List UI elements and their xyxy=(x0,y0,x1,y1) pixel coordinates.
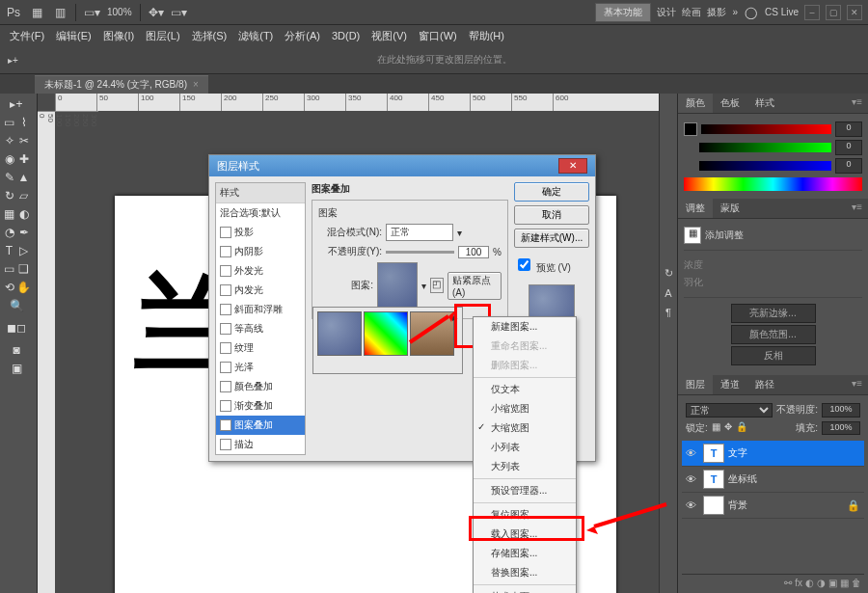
lock-all-icon[interactable]: 🔒 xyxy=(736,421,747,435)
dodge-tool[interactable]: ◔ xyxy=(2,224,16,241)
path-tool[interactable]: ▷ xyxy=(16,242,31,259)
style-item[interactable]: 颜色叠加 xyxy=(216,377,305,396)
group-icon[interactable]: ▣ xyxy=(828,578,837,588)
style-item[interactable]: 描边 xyxy=(216,435,305,454)
ok-button[interactable]: 确定 xyxy=(514,182,589,202)
flyout-item[interactable]: 小缩览图 xyxy=(474,399,576,418)
snap-origin-button[interactable]: 贴紧原点(A) xyxy=(448,272,502,300)
move-tool[interactable]: ▸+ xyxy=(2,95,31,113)
tab-adjustments[interactable]: 调整 xyxy=(678,199,713,218)
blend-mode-select[interactable]: 正常 xyxy=(686,403,773,418)
pen-tool[interactable]: ✒ xyxy=(16,224,31,241)
style-checkbox[interactable] xyxy=(220,439,231,450)
lasso-tool[interactable]: ⌇ xyxy=(16,114,31,131)
style-checkbox[interactable] xyxy=(220,400,231,412)
shape-tool[interactable]: ▭ xyxy=(2,260,16,278)
workspace-paint[interactable]: 绘画 xyxy=(682,6,701,19)
document-tab[interactable]: 未标题-1 @ 24.4% (文字, RGB/8) × xyxy=(35,75,208,94)
panel-menu-icon[interactable]: ▾≡ xyxy=(846,94,868,113)
tab-styles[interactable]: 样式 xyxy=(747,94,782,113)
style-item[interactable]: 渐变叠加 xyxy=(216,396,305,416)
visibility-icon[interactable]: 👁 xyxy=(686,447,699,459)
style-item[interactable]: 内阴影 xyxy=(216,242,305,261)
workspace-more[interactable]: » xyxy=(732,7,738,17)
color-spectrum[interactable] xyxy=(684,177,862,191)
hand-tool[interactable]: ✋ xyxy=(16,279,31,296)
style-checkbox[interactable] xyxy=(220,342,231,354)
visibility-icon[interactable]: 👁 xyxy=(686,499,699,511)
style-item[interactable]: 斜面和浮雕 xyxy=(216,300,305,319)
workspace-basic-button[interactable]: 基本功能 xyxy=(595,3,651,22)
zoom-tool[interactable]: 🔍 xyxy=(2,297,31,314)
dialog-close-icon[interactable]: ✕ xyxy=(558,158,587,174)
menu-edit[interactable]: 编辑(E) xyxy=(52,27,95,45)
new-preset-icon[interactable]: ◰ xyxy=(430,278,444,293)
mini-bridge-icon[interactable]: ▥ xyxy=(52,5,68,20)
tab-channels[interactable]: 通道 xyxy=(713,375,747,394)
wand-tool[interactable]: ✧ xyxy=(2,132,16,149)
panel-menu-icon[interactable]: ▾≡ xyxy=(846,375,868,394)
screen-mode-icon[interactable]: ▭▾ xyxy=(172,5,187,20)
dialog-titlebar[interactable]: 图层样式 ✕ xyxy=(209,155,595,176)
workspace-photo[interactable]: 摄影 xyxy=(707,6,726,19)
opacity-value[interactable]: 100 xyxy=(458,246,489,258)
refine-edge-button[interactable]: 亮新边缘... xyxy=(731,304,816,323)
menu-help[interactable]: 帮助(H) xyxy=(465,27,508,45)
b-slider[interactable] xyxy=(699,161,831,171)
menu-image[interactable]: 图像(I) xyxy=(99,27,138,45)
tab-layers[interactable]: 图层 xyxy=(678,375,713,394)
style-checkbox[interactable] xyxy=(220,304,231,315)
fg-swatch[interactable] xyxy=(684,122,697,136)
document-tab-close-icon[interactable]: × xyxy=(193,79,199,90)
menu-analysis[interactable]: 分析(A) xyxy=(281,27,324,45)
para-panel-icon[interactable]: ¶ xyxy=(665,307,671,318)
crop-tool[interactable]: ✂ xyxy=(16,132,31,149)
flyout-item[interactable]: 大列表 xyxy=(474,457,576,476)
history-panel-icon[interactable]: ↻ xyxy=(665,267,673,280)
b-value[interactable]: 0 xyxy=(835,158,862,174)
pattern-thumbnail[interactable] xyxy=(377,262,418,309)
r-value[interactable]: 0 xyxy=(835,121,862,137)
color-range-button[interactable]: 颜色范围... xyxy=(731,325,816,344)
adjustment-icon[interactable]: ◑ xyxy=(817,578,826,588)
close-icon[interactable]: ✕ xyxy=(847,5,862,20)
lock-position-icon[interactable]: ✥ xyxy=(724,421,732,435)
flyout-item[interactable]: 新建图案... xyxy=(474,317,576,337)
flyout-item[interactable]: 预设管理器... xyxy=(474,481,576,500)
char-panel-icon[interactable]: A xyxy=(665,287,671,299)
panel-menu-icon[interactable]: ▾≡ xyxy=(846,199,868,218)
invert-button[interactable]: 反相 xyxy=(731,346,816,365)
quick-mask-icon[interactable]: ◙ xyxy=(2,341,31,359)
style-item[interactable]: 等高线 xyxy=(216,319,305,338)
3d-rotate-tool[interactable]: ⟲ xyxy=(2,279,16,296)
workspace-design[interactable]: 设计 xyxy=(657,6,676,19)
flyout-item[interactable]: 小列表 xyxy=(474,438,576,457)
cslive-button[interactable]: CS Live xyxy=(765,7,799,17)
view-extras-icon[interactable]: ▭▾ xyxy=(84,5,99,20)
style-item[interactable]: 光泽 xyxy=(216,358,305,377)
style-checkbox[interactable] xyxy=(220,265,231,277)
menu-layer[interactable]: 图层(L) xyxy=(142,27,183,45)
minimize-icon[interactable]: – xyxy=(804,5,820,20)
menu-select[interactable]: 选择(S) xyxy=(188,27,231,45)
new-layer-icon[interactable]: ▦ xyxy=(840,578,849,588)
layer-row[interactable]: 👁T坐标纸 xyxy=(682,467,864,493)
menu-3d[interactable]: 3D(D) xyxy=(328,28,364,43)
flyout-item[interactable]: 仅文本 xyxy=(474,380,576,399)
layer-row[interactable]: 👁T文字 xyxy=(682,441,864,467)
bridge-icon[interactable]: ▦ xyxy=(29,5,44,20)
marquee-tool[interactable]: ▭ xyxy=(2,114,16,131)
menu-file[interactable]: 文件(F) xyxy=(6,27,48,45)
heal-tool[interactable]: ✚ xyxy=(16,150,31,168)
brush-tool[interactable]: ✎ xyxy=(2,169,16,186)
g-value[interactable]: 0 xyxy=(835,140,862,155)
style-checkbox[interactable] xyxy=(220,246,231,257)
style-item[interactable]: 外发光 xyxy=(216,261,305,281)
style-checkbox[interactable] xyxy=(220,362,231,373)
style-blend-defaults[interactable]: 混合选项:默认 xyxy=(216,203,305,223)
tab-masks[interactable]: 蒙版 xyxy=(713,199,747,218)
maximize-icon[interactable]: ▢ xyxy=(826,5,841,20)
fx-icon[interactable]: fx xyxy=(795,578,802,588)
flyout-item[interactable]: 艺术表面 xyxy=(474,587,576,593)
fg-bg-swatch[interactable]: ◼◻ xyxy=(2,315,31,340)
